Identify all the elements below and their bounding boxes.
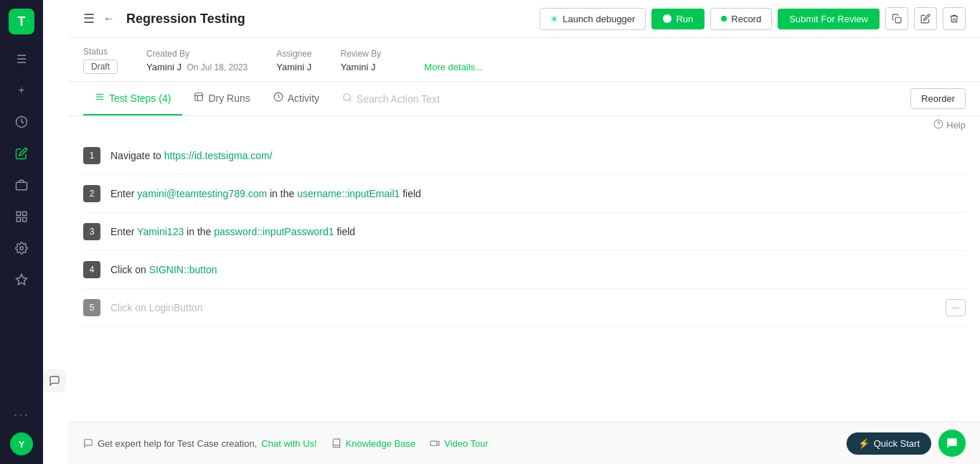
run-icon [663,14,672,23]
svg-rect-8 [895,17,901,23]
step-link[interactable]: password::inputPassword1 [214,226,334,237]
sidebar-item-add[interactable]: + [9,77,34,103]
lightning-icon: ⚡ [858,438,870,449]
tab-dry-runs[interactable]: Dry Runs [182,82,261,115]
help-circle-icon [933,119,943,131]
run-button[interactable]: Run [651,9,705,29]
svg-rect-12 [195,93,203,101]
meta-status: Status Draft [83,47,118,74]
video-tour-link[interactable]: Video Tour [444,438,489,449]
svg-line-17 [349,100,352,102]
sidebar-bottom: ··· Y [9,401,34,455]
help-bar: Help [83,116,966,137]
svg-rect-5 [23,218,27,222]
submit-review-button[interactable]: Submit For Review [778,9,880,29]
help-label: Help [946,120,966,131]
video-tour-icon [430,438,440,448]
step-content[interactable]: Click on LoginButton [110,302,936,313]
svg-rect-20 [430,441,437,445]
avatar[interactable]: Y [10,432,33,455]
step-number: 3 [83,223,100,240]
svg-rect-1 [17,182,27,190]
sidebar-item-more[interactable]: ··· [9,401,34,427]
table-row: 2 Enter yamini@teamtesting789.com in the… [83,175,966,213]
step-content: Navigate to https://id.testsigma.com/ [110,150,966,161]
menu-icon[interactable]: ☰ [83,11,95,27]
chat-icon [946,437,958,450]
knowledge-base-link[interactable]: Knowledge Base [346,438,416,449]
svg-rect-3 [23,212,27,215]
step-link[interactable]: https://id.testsigma.com/ [164,150,273,161]
chat-button[interactable] [938,430,966,457]
footer-actions: ⚡ Quick Start [847,430,966,457]
steps-area: Help 1 Navigate to https://id.testsigma.… [69,116,980,422]
reorder-button[interactable]: Reorder [910,88,966,109]
header-actions: ✳ Launch debugger Run Record Submit For … [540,7,966,30]
step-link[interactable]: SIGNIN::button [149,264,217,275]
edit-button[interactable] [914,7,937,30]
step-link[interactable]: username::inputEmail1 [297,188,400,199]
more-details-link[interactable]: More details... [424,62,483,74]
record-dot-icon [721,16,727,22]
knowledge-base-icon [331,438,341,448]
svg-rect-2 [17,212,20,215]
test-steps-icon [95,92,105,104]
step-number: 5 [83,299,100,316]
footer-chat-icon [83,438,93,448]
svg-point-6 [20,247,24,250]
svg-point-16 [344,94,350,100]
tab-test-steps-label: Test Steps (4) [109,93,171,104]
app-logo[interactable]: T [9,9,34,34]
footer: Get expert help for Test Case creation, … [69,422,980,464]
table-row: 4 Click on SIGNIN::button [83,251,966,289]
sidebar-item-bag[interactable] [9,172,34,198]
footer-video-item: Video Tour [430,438,489,449]
step-number: 1 [83,147,100,164]
delete-button[interactable] [943,7,966,30]
launch-debugger-button[interactable]: ✳ Launch debugger [540,8,646,30]
footer-knowledge-item: Knowledge Base [331,438,416,449]
tab-dry-runs-label: Dry Runs [208,93,250,104]
sidebar-item-menu[interactable]: ☰ [9,46,34,72]
tab-test-steps[interactable]: Test Steps (4) [83,82,182,115]
sidebar-item-edit[interactable] [9,141,34,166]
tab-activity[interactable]: Activity [262,82,331,115]
svg-rect-4 [17,218,20,222]
chat-with-us-link[interactable]: Chat with Us! [261,438,316,449]
table-row: 3 Enter Yamini123 in the password::input… [83,213,966,251]
sidebar-item-activity[interactable] [9,109,34,135]
sidebar-item-integrations[interactable] [9,267,34,293]
meta-assignee: Assignee Yamini J [276,49,311,72]
meta-review: Review By Yamini J [341,49,382,72]
dry-runs-icon [194,92,204,104]
quick-start-button[interactable]: ⚡ Quick Start [847,432,931,455]
activity-icon [273,92,283,104]
chat-sidebar-button[interactable] [43,369,66,392]
table-row: 5 Click on LoginButton ··· [83,289,966,327]
sidebar-item-settings[interactable] [9,235,34,261]
page-title: Regression Testing [126,11,531,27]
status-badge: Draft [83,60,118,74]
main-content: ☰ ← Regression Testing ✳ Launch debugger… [69,0,980,464]
step-more-button[interactable]: ··· [946,299,966,316]
debugger-icon: ✳ [550,14,558,24]
step-content: Enter Yamini123 in the password::inputPa… [110,226,966,237]
sidebar-item-grid[interactable] [9,204,34,229]
chat-sidebar [43,0,69,464]
step-link[interactable]: Yamini123 [137,226,184,237]
back-arrow[interactable]: ← [103,12,115,25]
tabs-bar: Test Steps (4) Dry Runs Activity Search … [69,82,980,116]
tab-search-action[interactable]: Search Action Text [331,87,451,110]
step-link[interactable]: yamini@teamtesting789.com [137,188,267,199]
tab-activity-label: Activity [288,93,319,104]
step-number: 2 [83,185,100,202]
copy-button[interactable] [885,7,908,30]
top-header: ☰ ← Regression Testing ✳ Launch debugger… [69,0,980,38]
table-row: 1 Navigate to https://id.testsigma.com/ [83,137,966,175]
svg-marker-7 [17,275,27,285]
meta-created: Created By Yamini J On Jul 18, 2023 [146,49,248,72]
record-button[interactable]: Record [710,8,772,30]
step-content: Enter yamini@teamtesting789.com in the u… [110,188,966,199]
sidebar: T ☰ + ··· Y [0,0,43,464]
meta-bar: Status Draft Created By Yamini J On Jul … [69,38,980,82]
